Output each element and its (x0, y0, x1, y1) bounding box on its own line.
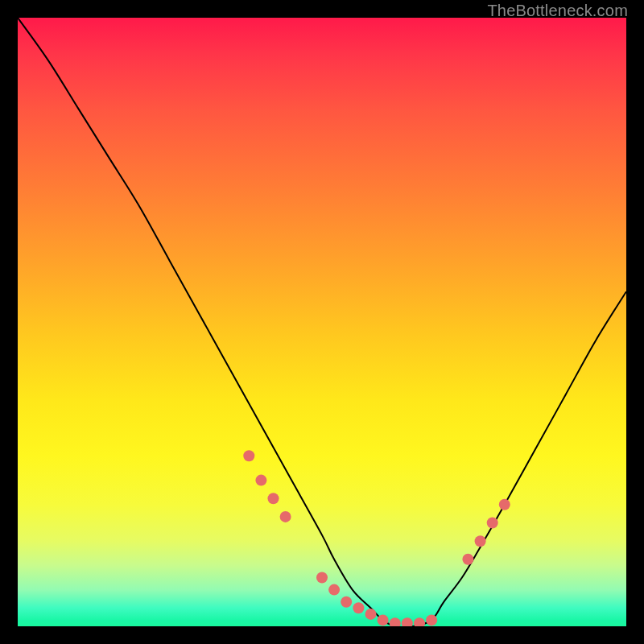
highlight-dot (280, 511, 291, 522)
highlight-dot (243, 450, 254, 461)
highlight-dot (328, 584, 340, 596)
highlight-dot (378, 614, 389, 625)
highlight-dots (243, 450, 510, 626)
highlight-dot (475, 535, 486, 547)
highlight-dot (414, 617, 425, 626)
highlight-dot (341, 597, 352, 608)
highlight-dot (487, 518, 498, 529)
highlight-dot (255, 475, 266, 486)
bottleneck-curve (18, 18, 626, 626)
highlight-dot (390, 617, 401, 626)
chart-svg (18, 18, 626, 626)
highlight-dot (365, 609, 377, 620)
highlight-dot (462, 554, 473, 565)
highlight-dot (402, 617, 413, 626)
highlight-dot (499, 499, 510, 510)
highlight-dot (353, 602, 364, 613)
highlight-dot (316, 572, 328, 584)
chart-container: TheBottleneck.com (0, 0, 644, 644)
plot-area (18, 18, 626, 626)
highlight-dot (268, 493, 279, 504)
highlight-dot (426, 614, 437, 625)
